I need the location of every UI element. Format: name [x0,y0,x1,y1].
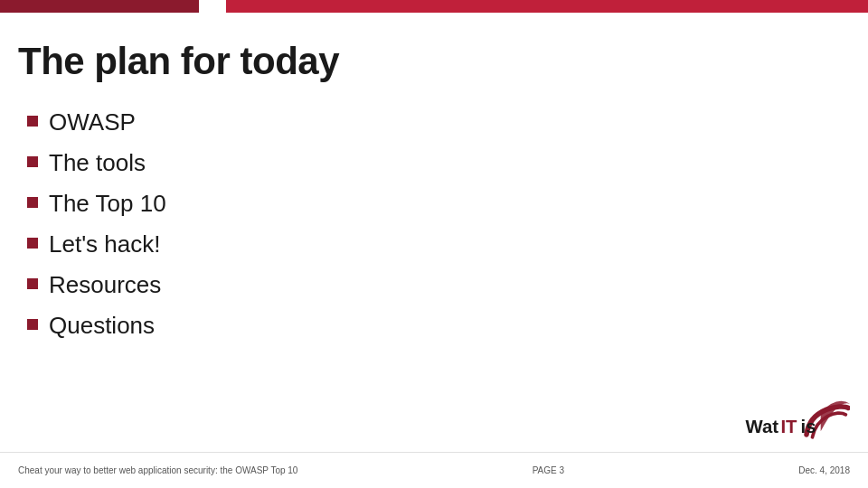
footer-date: Dec. 4, 2018 [798,465,850,475]
page-title: The plan for today [18,40,832,83]
top-bar-white [199,0,226,13]
svg-text:is: is [801,417,816,436]
bullet-list: OWASP The tools The Top 10 Let's hack! R… [18,108,832,340]
logo-container: Wat IT is [741,389,850,447]
bullet-icon [27,238,38,249]
footer-left-text: Cheat your way to better web application… [18,465,297,475]
list-item: Resources [27,271,832,299]
svg-text:Wat: Wat [746,417,779,436]
bullet-text-owasp: OWASP [49,108,136,136]
top-bar-red [226,0,868,13]
bullet-icon [27,156,38,167]
watitis-logo: Wat IT is [741,391,850,446]
bullet-icon [27,116,38,127]
bullet-text-resources: Resources [49,271,161,299]
top-bar [0,0,868,13]
bullet-text-questions: Questions [49,312,155,340]
footer: Cheat your way to better web application… [0,452,868,488]
list-item: Let's hack! [27,230,832,258]
list-item: The Top 10 [27,190,832,218]
top-bar-dark-red [0,0,199,13]
list-item: Questions [27,312,832,340]
bullet-icon [27,319,38,330]
bullet-text-hack: Let's hack! [49,230,160,258]
bullet-text-tools: The tools [49,149,146,177]
list-item: The tools [27,149,832,177]
bullet-text-top10: The Top 10 [49,190,166,218]
svg-text:IT: IT [780,417,797,436]
bullet-icon [27,197,38,208]
footer-page-number: PAGE 3 [533,465,564,475]
list-item: OWASP [27,108,832,136]
bullet-icon [27,278,38,289]
main-content: The plan for today OWASP The tools The T… [0,13,868,452]
